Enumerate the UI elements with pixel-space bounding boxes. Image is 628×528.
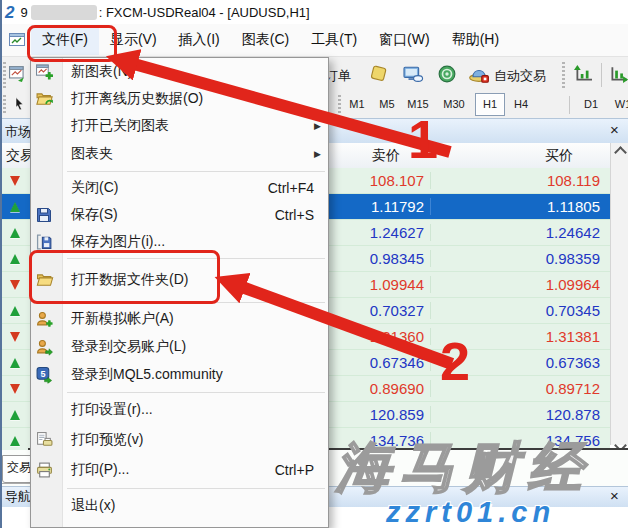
watermark-url: zzrt01.cn xyxy=(386,496,555,528)
menu-item-login-trade-account[interactable]: 登录到交易账户(L) xyxy=(31,333,328,361)
up-arrow-icon xyxy=(0,358,30,368)
login-account-icon xyxy=(36,339,53,356)
column-buy[interactable]: 买价 xyxy=(400,147,581,165)
menu-item-insert[interactable]: 插入(I) xyxy=(168,25,231,55)
menu-item-label: 保存为图片(i)... xyxy=(71,233,165,251)
widget-icon[interactable] xyxy=(368,65,390,83)
menu-item-label: 登录到交易账户(L) xyxy=(71,338,186,356)
menu-item-exit[interactable]: 退出(x) xyxy=(31,491,328,521)
menu-item-new-chart[interactable]: 新图表(N) xyxy=(31,58,328,85)
window-title: : FXCM-USDReal04 - [AUDUSD,H1] xyxy=(99,5,310,20)
menu-item-save[interactable]: 保存(S) Ctrl+S xyxy=(31,201,328,228)
menu-item-label: 保存(S) xyxy=(71,206,118,224)
buy-price: 108.119 xyxy=(431,172,610,189)
timeframe-m1[interactable]: M1 xyxy=(346,94,368,114)
menu-item-label: 图表夹 xyxy=(71,145,113,163)
title-bar: 2 9 : FXCM-USDReal04 - [AUDUSD,H1] xyxy=(0,0,628,24)
mt4-logo-icon: 2 xyxy=(5,4,14,21)
mt4-window: 2 9 : FXCM-USDReal04 - [AUDUSD,H1] 文件(F)… xyxy=(0,0,628,528)
timeframe-h4[interactable]: H4 xyxy=(510,94,532,114)
menu-item-label: 打开离线历史数据(O) xyxy=(71,90,203,108)
menu-item-print-setup[interactable]: 打印设置(r)... xyxy=(31,395,328,425)
timeframe-m15[interactable]: M15 xyxy=(404,94,432,114)
menu-item-window[interactable]: 窗口(W) xyxy=(368,25,441,55)
menu-item-label: 退出(x) xyxy=(71,497,115,515)
menu-item-label: 打开已关闭图表 xyxy=(71,117,169,135)
up-arrow-icon xyxy=(0,254,30,264)
buy-price: 1.11805 xyxy=(431,198,610,215)
timeframe-d1[interactable]: D1 xyxy=(580,94,602,114)
file-menu-dropdown: 新图表(N) 打开离线历史数据(O) 打开已关闭图表 ▶ 图表夹 ▶ 关闭( xyxy=(30,57,329,528)
buy-price: 0.89712 xyxy=(431,380,610,397)
menu-item-print-preview[interactable]: 打印预览(v) xyxy=(31,425,328,455)
print-icon xyxy=(36,462,53,479)
up-arrow-icon xyxy=(0,410,30,420)
menu-item-charts[interactable]: 图表(C) xyxy=(231,25,300,55)
column-symbol[interactable]: 交易品种 xyxy=(6,147,32,165)
new-chart-icon xyxy=(36,63,53,80)
menu-item-tools[interactable]: 工具(T) xyxy=(300,25,368,55)
new-chart-toolbar-icon[interactable] xyxy=(9,65,27,83)
menu-item-label: 关闭(C) xyxy=(71,179,118,197)
close-icon[interactable]: × xyxy=(606,488,623,505)
toolbar-grip[interactable] xyxy=(3,62,6,88)
submenu-arrow-icon: ▶ xyxy=(314,121,321,131)
market-watch-title: 市场报价 xyxy=(5,123,32,141)
buy-price: 120.878 xyxy=(431,406,610,423)
toolbar-grip[interactable] xyxy=(3,95,6,115)
menu-item-print[interactable]: 打印(P)... Ctrl+P xyxy=(31,455,328,485)
buy-price: 0.70345 xyxy=(431,302,610,319)
toolbar-grip[interactable] xyxy=(338,95,341,115)
menu-shortcut: Ctrl+S xyxy=(275,207,328,223)
toolbar-separator xyxy=(569,96,570,114)
scroll-up-icon[interactable] xyxy=(614,146,627,159)
up-arrow-icon xyxy=(0,228,30,238)
scrollbar[interactable] xyxy=(610,143,628,445)
autotrading-hat-icon[interactable] xyxy=(468,65,490,83)
menu-item-save-as-picture[interactable]: 保存为图片(i)... xyxy=(31,228,328,255)
menu-item-view[interactable]: 显示(V) xyxy=(99,25,168,55)
toolbar-separator xyxy=(601,63,602,87)
buy-price: 1.31381 xyxy=(431,328,610,345)
up-arrow-icon xyxy=(0,202,30,212)
hosting-icon[interactable] xyxy=(402,65,424,83)
menu-item-open-offline[interactable]: 打开离线历史数据(O) xyxy=(31,85,328,112)
autotrading-button[interactable]: 自动交易 xyxy=(494,67,546,85)
close-icon[interactable]: × xyxy=(606,122,623,139)
open-account-icon xyxy=(36,311,53,328)
menu-item-open-demo-account[interactable]: 开新模拟帐户(A) xyxy=(31,305,328,333)
menu-item-profiles[interactable]: 图表夹 ▶ xyxy=(31,140,328,168)
menu-item-label: 登录到MQL5.community xyxy=(71,366,223,384)
down-arrow-icon xyxy=(0,332,30,342)
timeframe-m30[interactable]: M30 xyxy=(440,94,468,114)
svg-text:5: 5 xyxy=(40,369,45,379)
save-picture-icon xyxy=(36,233,53,250)
cursor-tool-icon[interactable] xyxy=(12,96,28,113)
redacted-account-name xyxy=(31,5,97,20)
timeframe-m5[interactable]: M5 xyxy=(376,94,398,114)
open-offline-icon xyxy=(36,90,53,107)
menu-item-help[interactable]: 帮助(H) xyxy=(441,25,510,55)
menu-item-label: 打印预览(v) xyxy=(71,431,143,449)
buy-price: 1.24642 xyxy=(431,224,610,241)
submenu-arrow-icon: ▶ xyxy=(314,149,321,159)
chart-grid-icon[interactable] xyxy=(607,65,628,83)
chart-axis-icon[interactable] xyxy=(572,65,594,83)
menu-item-login-mql5[interactable]: 5 登录到MQL5.community xyxy=(31,361,328,389)
watermark-brand: 海马财经 xyxy=(336,432,592,505)
menu-item-open-deleted[interactable]: 打开已关闭图表 ▶ xyxy=(31,112,328,140)
timeframe-h1[interactable]: H1 xyxy=(475,93,505,116)
timeframe-w1[interactable]: W1 xyxy=(612,94,628,114)
buy-price: 1.09964 xyxy=(431,276,610,293)
signals-icon[interactable] xyxy=(438,65,456,83)
toolbar-grip[interactable] xyxy=(562,62,565,88)
open-data-folder-icon xyxy=(36,272,54,289)
tab-divider xyxy=(0,483,30,484)
menu-item-label: 开新模拟帐户(A) xyxy=(71,310,174,328)
menu-item-open-data-folder[interactable]: 打开数据文件夹(D) xyxy=(31,261,328,299)
down-arrow-icon xyxy=(0,176,30,186)
menu-item-file[interactable]: 文件(F) xyxy=(31,25,99,55)
menu-shortcut: Ctrl+F4 xyxy=(268,180,328,196)
mql5-icon: 5 xyxy=(36,367,53,384)
menu-item-close[interactable]: 关闭(C) Ctrl+F4 xyxy=(31,174,328,201)
